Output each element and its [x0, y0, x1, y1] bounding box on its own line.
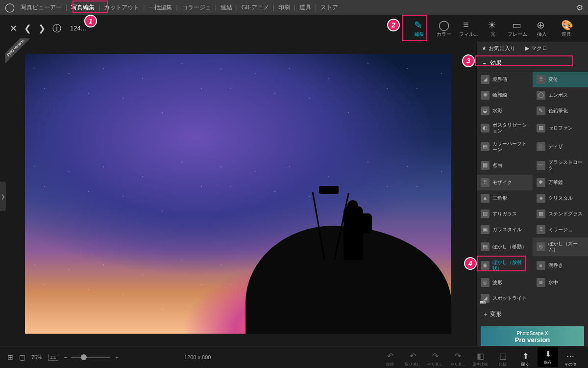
effect-エンボス[interactable]: ◯エンボス: [533, 87, 588, 103]
settings-gear-icon[interactable]: ⚙: [576, 3, 583, 12]
effect-波形[interactable]: ◎波形: [477, 275, 533, 290]
mode-カラー[interactable]: ◯カラー: [432, 15, 456, 42]
bb-取り消し[interactable]: ↶取り消し: [402, 351, 423, 367]
topbar-item-3[interactable]: 一括編集: [145, 2, 176, 13]
effect-万華鏡[interactable]: ✱万華鏡: [533, 175, 588, 190]
bb-保存[interactable]: ⬇保存: [538, 347, 558, 367]
bb-その他[interactable]: ⋯その他: [560, 351, 581, 367]
effect-ガラスタイル[interactable]: ▣ガラスタイル: [477, 222, 533, 237]
canvas-image[interactable]: [25, 54, 451, 334]
effect-icon: ⠿: [537, 225, 545, 234]
zoom-ratio[interactable]: 1:1: [48, 354, 58, 361]
effect-icon: ▲: [481, 194, 490, 203]
fit-icon[interactable]: ▢: [19, 353, 25, 361]
mode-tool-strip: ✎編集◯カラー≡フィル...☀光▭フレーム⊕挿入🎨道具: [408, 15, 578, 42]
info-icon[interactable]: ⓘ: [52, 23, 61, 34]
effect-icon: ◯: [537, 91, 545, 100]
effect-モザイク[interactable]: ⠿モザイク: [477, 175, 533, 190]
canvas-area: [0, 42, 476, 346]
effect-ミラージュ[interactable]: ⠿ミラージュ: [533, 222, 588, 237]
effect-icon: ▨: [481, 210, 490, 218]
effect-icon: ⠿: [537, 75, 545, 84]
callout-4: 4: [464, 257, 477, 270]
bb-やり直...[interactable]: ↷やり直...: [447, 351, 468, 367]
effect-点画[interactable]: ▩点画: [477, 156, 533, 175]
effect-icon: ◢: [481, 294, 490, 303]
pro-banner-line2: Pro version: [515, 336, 550, 343]
effect-icon: ✎: [537, 106, 545, 115]
effect-三角形[interactable]: ▲三角形: [477, 190, 533, 206]
side-panel-handle[interactable]: ❯: [0, 182, 6, 211]
image-dimensions: 1200 x 800: [184, 354, 211, 360]
mode-挿入[interactable]: ⊕挿入: [530, 15, 554, 42]
callout-2: 2: [387, 19, 400, 31]
topbar-item-0[interactable]: 写真ビューアー: [17, 2, 66, 13]
topbar-item-6[interactable]: GIFアニメ: [238, 2, 273, 13]
effect-ぼかし（移動）[interactable]: ▤ぼかし（移動）: [477, 237, 533, 256]
main-area: ★ お気に入り ▶ マクロ − 効果 ◢境界値⠿変位✺輪郭線◯エンボス◒水彩✎色…: [0, 42, 588, 346]
close-icon[interactable]: ✕: [10, 23, 17, 34]
effect-ブラシストローク[interactable]: 〰ブラシストローク: [533, 156, 588, 175]
effect-icon: ◒: [481, 106, 490, 115]
bb-比較[interactable]: ◫比較: [492, 351, 513, 367]
topbar-item-2[interactable]: カットアウト: [100, 2, 143, 13]
collapse-icon: −: [483, 60, 486, 67]
section-effects-header[interactable]: − 効果: [477, 55, 588, 72]
effect-icon: ๑: [537, 261, 545, 270]
mode-編集[interactable]: ✎編集: [408, 15, 431, 42]
effect-水彩[interactable]: ◒水彩: [477, 103, 533, 119]
bb-原本比較[interactable]: ◧原本比較: [470, 351, 490, 367]
effect-色鉛筆化[interactable]: ✎色鉛筆化: [533, 103, 588, 119]
crop-grid-icon[interactable]: ⊞: [7, 353, 13, 361]
sidebar-tabs: ★ お気に入り ▶ マクロ: [477, 42, 588, 55]
effect-ポスタリゼーション[interactable]: ◐ポスタリゼーション: [477, 119, 533, 137]
prev-icon[interactable]: ❮: [24, 23, 31, 34]
effect-カラーハーフトーン[interactable]: ▤カラーハーフトーン: [477, 137, 533, 156]
effect-icon: ⠿: [481, 178, 490, 187]
effect-セロファン[interactable]: ▦セロファン: [533, 119, 588, 137]
topbar-item-5[interactable]: 連結: [217, 2, 236, 13]
topbar-item-9[interactable]: ストア: [317, 2, 342, 13]
effect-ぼかし（放射状）[interactable]: ◉ぼかし（放射状）: [477, 256, 533, 275]
effect-icon: 〰: [537, 161, 545, 170]
top-menu-bar: ◯ 写真ビューアー|写真編集|カットアウト|一括編集|コラージュ|連結|GIFア…: [0, 0, 588, 15]
topbar-item-8[interactable]: 道具: [295, 2, 315, 13]
zoom-percent[interactable]: 75%: [31, 354, 42, 360]
mode-フィル...[interactable]: ≡フィル...: [457, 15, 480, 42]
effect-icon: ◐: [481, 124, 490, 132]
zoom-in-icon[interactable]: ＋: [114, 354, 120, 361]
topbar-item-1[interactable]: 写真編集: [67, 2, 98, 13]
effect-渦巻き[interactable]: ๑渦巻き: [533, 256, 588, 275]
effect-スポットライト[interactable]: ◢スポットライト: [477, 290, 533, 306]
callout-3: 3: [462, 54, 475, 67]
effect-境界値[interactable]: ◢境界値: [477, 72, 533, 87]
topbar-item-7[interactable]: 印刷: [274, 2, 294, 13]
bb-開く[interactable]: ⬆開く: [515, 351, 536, 367]
tab-favorites[interactable]: ★ お気に入り: [482, 45, 515, 52]
topbar-item-4[interactable]: コラージュ: [178, 2, 215, 13]
zoom-slider[interactable]: − ＋: [64, 354, 120, 361]
mode-光[interactable]: ☀光: [481, 15, 505, 42]
effect-すりガラス[interactable]: ▨すりガラス: [477, 206, 533, 222]
bb-やり直し[interactable]: ↷やり直し: [425, 351, 445, 367]
next-icon[interactable]: ❯: [38, 23, 46, 34]
pro-banner-line1: PhotoScape X: [517, 331, 548, 336]
mode-フレーム[interactable]: ▭フレーム: [506, 15, 529, 42]
zoom-out-icon[interactable]: −: [64, 354, 67, 360]
effect-ディザ[interactable]: ░ディザ: [533, 137, 588, 156]
bb-復帰[interactable]: ↶復帰: [380, 351, 400, 367]
effect-ステンドグラス[interactable]: ▦ステンドグラス: [533, 206, 588, 222]
effect-icon: ◎: [481, 278, 490, 287]
effect-ぼかし（ズーム）[interactable]: ⊙ぼかし（ズーム）: [533, 237, 588, 256]
effect-クリスタル[interactable]: ◈クリスタル: [533, 190, 588, 206]
effect-変位[interactable]: ⠿変位: [533, 72, 588, 87]
effect-icon: ▣: [481, 225, 490, 234]
tab-macro[interactable]: ▶ マクロ: [525, 45, 547, 52]
pro-version-banner[interactable]: PhotoScape X Pro version: [481, 326, 584, 346]
mode-道具[interactable]: 🎨道具: [555, 15, 578, 42]
effect-水中[interactable]: ≋水中: [533, 275, 588, 290]
effect-icon: ◈: [537, 194, 545, 203]
section-transform[interactable]: ＋ 変形: [477, 306, 588, 322]
effect-輪郭線[interactable]: ✺輪郭線: [477, 87, 533, 103]
effect-icon: ✺: [481, 91, 490, 100]
